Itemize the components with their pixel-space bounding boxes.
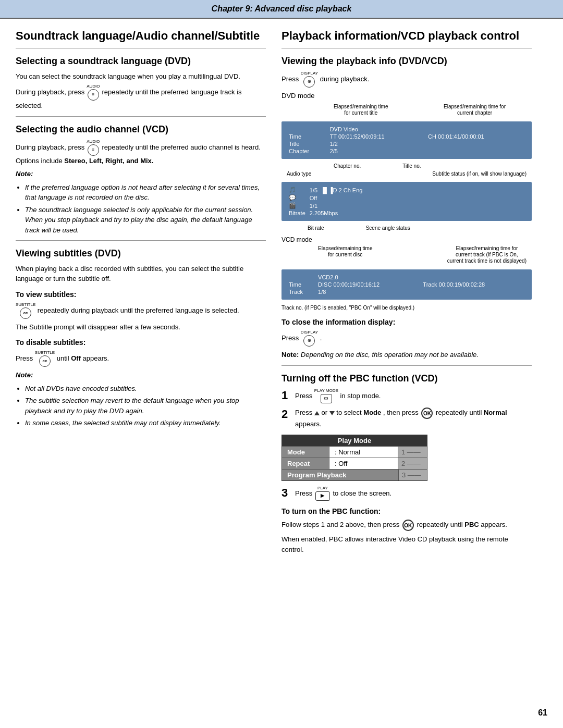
table-cell: 💬	[287, 194, 308, 202]
left-column: Soundtrack language/Audio channel/Subtit…	[16, 29, 266, 558]
table-cell: Time	[287, 281, 316, 288]
page-number: 61	[538, 708, 547, 718]
display-button-2: DISPLAY ⊙	[301, 330, 318, 347]
audio-vcd-title: Selecting the audio channel (VCD)	[16, 124, 266, 135]
mode-label: Mode	[282, 447, 329, 458]
list-item: In some cases, the selected subtitle may…	[25, 418, 266, 428]
subtitles-dvd-para: When playing back a disc recorded with s…	[16, 264, 266, 284]
soundtrack-title: Selecting a soundtrack language (DVD)	[16, 56, 266, 67]
disable-subtitle-heading: To disable subtitles:	[16, 337, 266, 348]
note1-label: Note:	[16, 169, 266, 179]
pbc-on-para: Follow steps 1 and 2 above, then press O…	[282, 520, 532, 531]
repeat-label: Repeat	[282, 458, 329, 469]
vcd-arrow-2: Elapsed/remaining time for current track…	[447, 245, 527, 264]
vcd-arrow-1: Elapsed/remaining time for current disc	[318, 245, 373, 264]
triangle-down-icon	[329, 411, 335, 415]
dvd-mode-label: DVD mode	[282, 91, 532, 101]
table-cell: Chapter	[287, 147, 328, 155]
table-row: Title 1/2	[287, 140, 527, 147]
table-cell: Time	[287, 133, 328, 140]
table-row: Time DISC 00:00:19/00:16:12 Track 00:00:…	[287, 281, 527, 288]
pbc-off-title: Turning off the PBC function (VCD)	[282, 373, 532, 385]
table-cell	[426, 147, 527, 155]
note1-list: If the preferred language option is not …	[25, 182, 266, 236]
page-footer: 61	[0, 568, 563, 584]
play-button: PLAY ▶	[314, 486, 331, 501]
dvd-info-box-2: 🎵 1/5 ▐▌▐D 2 Ch Eng 💬 Off 🎬 1/1 Bitrate …	[282, 182, 532, 221]
table-cell	[421, 288, 527, 295]
view-subtitle-note: The Subtitle prompt will disappear after…	[16, 322, 266, 332]
table-row: DVD Video	[287, 126, 527, 133]
table-cell	[287, 274, 316, 281]
page-wrapper: Chapter 9: Advanced disc playback Soundt…	[0, 0, 563, 728]
table-row: Chapter 2/5	[287, 147, 527, 155]
audio-subtitle-labels: Audio type Subtitle status (if on, will …	[282, 171, 532, 178]
table-cell: 1/8	[316, 288, 421, 295]
table-row: 💬 Off	[287, 194, 527, 202]
right-column: Playback information/VCD playback contro…	[282, 29, 532, 558]
subtitle-button-2: SUBTITLE cc	[35, 351, 55, 367]
table-cell: Title	[287, 140, 328, 147]
vcd-info-table: VCD2.0 Time DISC 00:00:19/00:16:12 Track…	[287, 274, 527, 295]
table-cell: VCD2.0	[316, 274, 527, 281]
table-cell: Off	[308, 194, 527, 202]
vcd-note: Track no. (if PBC is enabled, "PBC On" w…	[282, 304, 532, 312]
table-cell: CH 00:01:41/00:00:01	[426, 133, 527, 140]
mode-value: : Normal	[329, 447, 398, 458]
viewing-info-title: Viewing the playback info (DVD/VCD)	[282, 56, 532, 67]
subtitles-dvd-title: Viewing subtitles (DVD)	[16, 248, 266, 260]
dvd-arrow-labels-bottom: Chapter no. Title no.	[282, 163, 532, 171]
table-row: VCD2.0	[287, 274, 527, 281]
table-cell: Bitrate	[287, 209, 308, 217]
left-main-title: Soundtrack language/Audio channel/Subtit…	[16, 29, 266, 43]
right-main-title: Playback information/VCD playback contro…	[282, 29, 532, 43]
play-mode-row-2: Repeat : Off 2 ——	[282, 458, 427, 469]
table-cell: 2.205Mbps	[308, 209, 527, 217]
step-2-content: Press or to select Mode , then press OK …	[295, 408, 532, 429]
close-info-para: Press DISPLAY ⊙ .	[282, 330, 532, 347]
arrow-label-title: Title no.	[402, 163, 421, 169]
repeat-right: 2 ——	[398, 458, 427, 469]
table-cell: DVD Video	[328, 126, 527, 133]
soundtrack-para1: You can select the soundtrack language w…	[16, 71, 266, 82]
table-row: Time TT 00:01:52/00:09:11 CH 00:01:41/00…	[287, 133, 527, 140]
dvd-info-box: DVD Video Time TT 00:01:52/00:09:11 CH 0…	[282, 121, 532, 159]
ok-button-1: OK	[421, 408, 433, 419]
content-columns: Soundtrack language/Audio channel/Subtit…	[0, 19, 563, 568]
table-row: Track 1/8	[287, 288, 527, 295]
viewing-info-para: Press DISPLAY ⊙ during playback.	[282, 71, 532, 88]
table-cell: 🎵	[287, 186, 308, 194]
table-cell	[287, 126, 328, 133]
close-info-heading: To close the information display:	[282, 317, 532, 328]
pbc-on-para2: When enabled, PBC allows interactive Vid…	[282, 534, 532, 554]
repeat-value: : Off	[329, 458, 398, 469]
bit-rate-label: Bit rate	[308, 225, 324, 231]
bitrate-angle-labels: Bit rate Scene angle status	[282, 225, 532, 232]
audio-button-2: AUDIO ≡	[87, 140, 100, 156]
ok-button-2: OK	[402, 520, 414, 531]
audio-type-label: Audio type	[287, 171, 311, 177]
dvd-info-table-2: 🎵 1/5 ▐▌▐D 2 Ch Eng 💬 Off 🎬 1/1 Bitrate …	[287, 186, 527, 217]
note2-list: Not all DVDs have encoded subtitles. The…	[25, 384, 266, 428]
step-3: 3 Press PLAY ▶ to close the screen.	[282, 486, 532, 501]
chapter-header: Chapter 9: Advanced disc playback	[0, 0, 563, 19]
list-item: If the preferred language option is not …	[25, 182, 266, 203]
note2-label: Note:	[16, 370, 266, 380]
program-label: Program Playback	[282, 470, 398, 480]
table-row: 🎵 1/5 ▐▌▐D 2 Ch Eng	[287, 186, 527, 194]
soundtrack-para2: During playback, press AUDIO ≡ repeatedl…	[16, 84, 266, 111]
play-mode-button: PLAY MODE ▭	[314, 389, 338, 404]
play-mode-program-row: Program Playback 3 ——	[282, 469, 427, 480]
pbc-on-heading: To turn on the PBC function:	[282, 506, 532, 517]
step-3-content: Press PLAY ▶ to close the screen.	[295, 486, 532, 501]
display-button-1: DISPLAY ⊙	[301, 71, 318, 88]
list-item: Not all DVDs have encoded subtitles.	[25, 384, 266, 394]
table-cell: 1/5 ▐▌▐D 2 Ch Eng	[308, 186, 527, 194]
vcd-info-box: VCD2.0 Time DISC 00:00:19/00:16:12 Track…	[282, 269, 532, 300]
subtitle-status-label: Subtitle status (if on, will show langua…	[432, 171, 527, 177]
list-item: The soundtrack language selected is only…	[25, 205, 266, 236]
dvd-info-table: DVD Video Time TT 00:01:52/00:09:11 CH 0…	[287, 126, 527, 155]
step-1: 1 Press PLAY MODE ▭ in stop mode.	[282, 389, 532, 404]
triangle-up-icon	[314, 411, 320, 415]
table-row: Bitrate 2.205Mbps	[287, 209, 527, 217]
